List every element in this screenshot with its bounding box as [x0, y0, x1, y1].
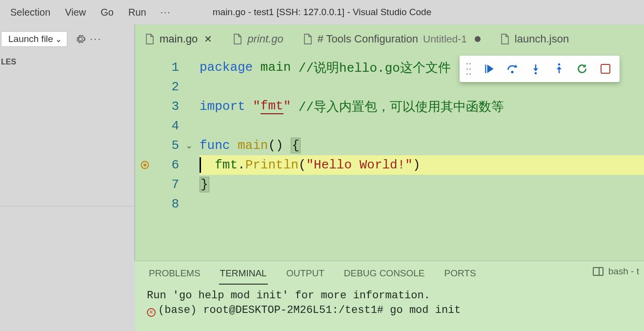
line-number: 8: [135, 197, 179, 211]
code-line[interactable]: 8: [135, 194, 644, 214]
menu-selection[interactable]: Selection: [3, 4, 58, 21]
menu-go[interactable]: Go: [93, 4, 121, 21]
svg-point-2: [511, 71, 514, 73]
menu-overflow-icon[interactable]: ···: [154, 4, 178, 21]
more-actions-icon[interactable]: ···: [90, 33, 101, 45]
menu-view[interactable]: View: [58, 4, 93, 21]
step-into-icon[interactable]: [528, 62, 543, 76]
line-number: 5: [135, 138, 179, 153]
sidebar-section-label: LES: [0, 58, 135, 66]
panel-tab-terminal[interactable]: TERMINAL: [219, 265, 268, 285]
dirty-indicator-icon: [475, 36, 481, 42]
panel-tabs: PROBLEMSTERMINALOUTPUTDEBUG CONSOLEPORTS: [135, 261, 644, 285]
tab-filename: print.go: [247, 33, 283, 45]
line-number: 1: [135, 60, 179, 75]
launch-config-label: Launch file: [8, 34, 53, 44]
line-number: 7: [135, 177, 179, 192]
editor-tab[interactable]: main.go✕: [135, 24, 223, 54]
chevron-down-icon: ⌄: [55, 34, 62, 44]
line-number: 2: [135, 80, 179, 94]
file-icon: [145, 33, 155, 45]
launch-config-dropdown[interactable]: Launch file ⌄: [1, 31, 67, 47]
sub-bar: Launch file ⌄ ··· main.go✕print.go# Tool…: [0, 24, 644, 54]
code-line[interactable]: 4: [135, 116, 644, 136]
editor-tab[interactable]: # Tools ConfigurationUntitled-1: [293, 24, 490, 54]
code-line[interactable]: 6 fmt.Println("Hello World!"): [135, 155, 644, 175]
tab-secondary-label: Untitled-1: [423, 33, 467, 45]
tab-filename: main.go: [160, 33, 198, 45]
terminal-profile-label[interactable]: bash - t: [608, 266, 639, 277]
panel-tab-ports[interactable]: PORTS: [443, 265, 477, 285]
sidebar-h-divider: [0, 206, 134, 207]
panel-tab-problems[interactable]: PROBLEMS: [148, 265, 201, 285]
panel-tab-debug-console[interactable]: DEBUG CONSOLE: [343, 265, 426, 285]
bottom-panel: PROBLEMSTERMINALOUTPUTDEBUG CONSOLEPORTS…: [135, 261, 644, 331]
tab-filename: # Tools Configuration: [318, 33, 418, 45]
panel-tab-output[interactable]: OUTPUT: [285, 265, 325, 285]
toolbar-grip-icon[interactable]: [466, 63, 473, 75]
step-over-icon[interactable]: [505, 62, 520, 76]
gear-icon[interactable]: [75, 34, 86, 44]
panel-right-controls: bash - t: [593, 266, 639, 277]
close-icon[interactable]: ✕: [202, 33, 213, 45]
terminal-output[interactable]: Run 'go help mod init' for more informat…: [147, 289, 639, 331]
line-number: 3: [135, 99, 179, 114]
code-text: [200, 194, 644, 214]
code-line[interactable]: 3import "fmt" //导入内置包，可以使用其中函数等: [135, 97, 644, 116]
breakpoint-icon[interactable]: [139, 159, 151, 171]
terminal-line: Run 'go help mod init' for more informat…: [147, 289, 639, 303]
code-text: }: [200, 175, 644, 194]
file-icon: [233, 33, 242, 45]
terminal-line: ✕(base) root@DESKTOP-2M26L51:/test1# go …: [147, 303, 639, 318]
editor-tabs: main.go✕print.go# Tools ConfigurationUnt…: [135, 24, 644, 54]
code-text: [200, 116, 644, 136]
menu-run[interactable]: Run: [121, 4, 154, 21]
svg-point-4: [558, 63, 560, 66]
fold-icon[interactable]: ⌄: [183, 140, 195, 151]
svg-point-1: [143, 164, 146, 166]
step-out-icon[interactable]: [552, 62, 566, 76]
editor-tab[interactable]: print.go: [223, 24, 293, 54]
stop-icon[interactable]: [598, 62, 613, 76]
code-line[interactable]: 7}: [135, 175, 644, 194]
split-editor-icon[interactable]: [593, 267, 604, 276]
debug-toolbar[interactable]: [460, 56, 620, 82]
svg-point-3: [535, 72, 537, 75]
terminal-prompt-line: (base) root@DESKTOP-2M26L51:/test1# go m…: [158, 304, 461, 316]
code-text: func main() {: [200, 136, 644, 155]
continue-icon[interactable]: [482, 62, 497, 76]
menu-bar: Selection View Go Run ··· main.go - test…: [0, 0, 644, 24]
restart-icon[interactable]: [575, 62, 589, 76]
code-text: import "fmt" //导入内置包，可以使用其中函数等: [200, 97, 644, 116]
tab-filename: launch.json: [515, 33, 569, 45]
file-icon: [303, 33, 313, 45]
editor-tab[interactable]: launch.json: [490, 24, 579, 54]
file-icon: [500, 33, 510, 45]
code-editor[interactable]: 1package main //说明hello.go这个文件23import "…: [135, 54, 644, 261]
line-number: 4: [135, 119, 179, 133]
code-text: fmt.Println("Hello World!"): [200, 155, 644, 175]
error-icon: ✕: [147, 308, 156, 317]
code-line[interactable]: 5⌄func main() {: [135, 136, 644, 155]
